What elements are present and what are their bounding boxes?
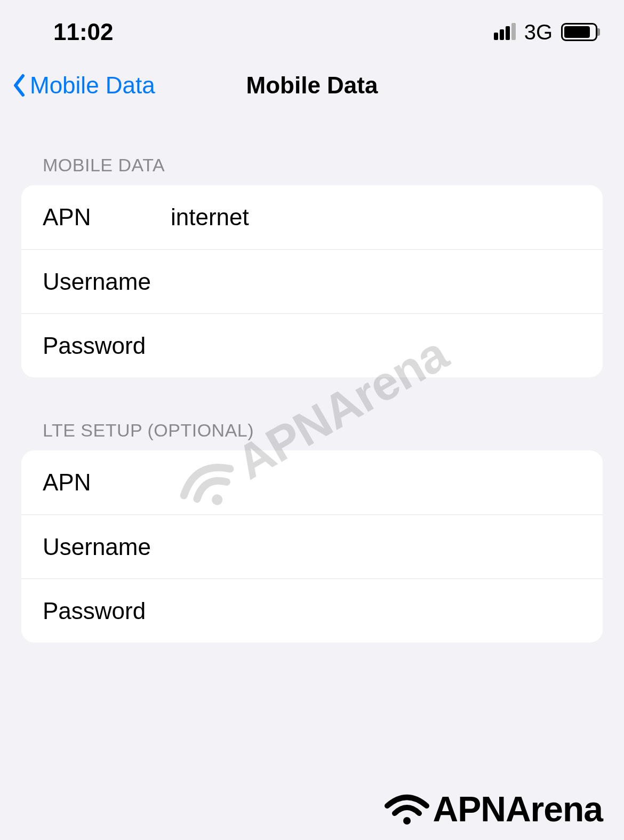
form-value-apn[interactable]: internet (171, 204, 581, 231)
section-header-lte: LTE SETUP (OPTIONAL) (21, 420, 603, 450)
signal-icon (494, 24, 516, 40)
status-time: 11:02 (53, 19, 114, 45)
form-row-password[interactable]: Password (21, 313, 603, 377)
form-row-lte-apn[interactable]: APN (21, 450, 603, 514)
nav-bar: Mobile Data Mobile Data (0, 59, 624, 112)
form-label-lte-apn: APN (43, 469, 171, 496)
nav-title: Mobile Data (246, 72, 378, 99)
section-header-mobile-data: MOBILE DATA (21, 155, 603, 185)
chevron-back-icon (11, 72, 27, 99)
form-label-lte-password: Password (43, 598, 171, 624)
back-button[interactable]: Mobile Data (11, 72, 155, 99)
battery-icon (561, 23, 597, 41)
content: MOBILE DATA APN internet Username Passwo… (0, 112, 624, 643)
wifi-icon (384, 791, 430, 827)
back-label: Mobile Data (30, 72, 155, 99)
watermark-bottom: APNArena (384, 789, 603, 829)
network-type: 3G (524, 20, 553, 44)
form-row-apn[interactable]: APN internet (21, 185, 603, 249)
form-label-lte-username: Username (43, 534, 171, 560)
section-lte: APN Username Password (21, 450, 603, 643)
status-indicators: 3G (494, 20, 597, 44)
form-label-username: Username (43, 268, 171, 295)
form-label-password: Password (43, 332, 171, 359)
form-row-lte-password[interactable]: Password (21, 579, 603, 643)
form-row-lte-username[interactable]: Username (21, 514, 603, 579)
form-row-username[interactable]: Username (21, 249, 603, 313)
form-label-apn: APN (43, 204, 171, 231)
svg-point-1 (403, 817, 411, 825)
section-mobile-data: APN internet Username Password (21, 185, 603, 377)
watermark-bottom-text: APNArena (433, 789, 603, 829)
status-bar: 11:02 3G (0, 0, 624, 59)
